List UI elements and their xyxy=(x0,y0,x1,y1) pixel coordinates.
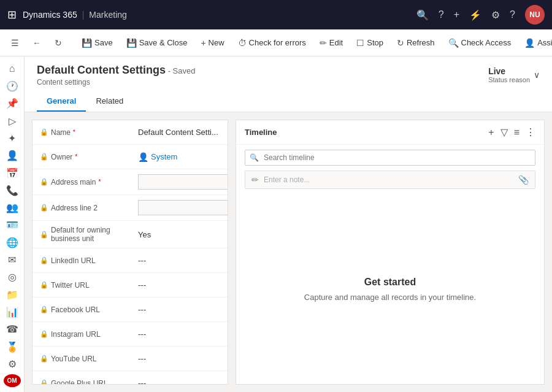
add-icon[interactable]: + xyxy=(454,9,459,20)
field-googleplus-value: --- xyxy=(138,379,220,385)
edit-icon: ✏ xyxy=(320,38,327,48)
hamburger-icon: ☰ xyxy=(11,38,19,48)
hamburger-button[interactable]: ☰ xyxy=(5,34,25,52)
main-content-area: Default Content Settings - Saved Content… xyxy=(25,56,552,392)
timeline-title: Timeline xyxy=(245,128,277,137)
timeline-filter-icon[interactable]: ▽ xyxy=(500,126,508,138)
edit-button[interactable]: ✏ Edit xyxy=(313,34,349,52)
form-area: 🔒 Name * Default Content Setti... 🔒 Owne… xyxy=(25,112,552,392)
apps-grid-icon[interactable]: ⊞ xyxy=(7,8,17,21)
field-twitter-value: --- xyxy=(138,280,220,290)
left-sidebar: ⌂ 🕐 📌 ▷ ✦ 👤 📅 📞 👥 🪪 🌐 ✉ ◎ 📁 📊 ☎ 🏅 ⚙ OM xyxy=(0,56,25,392)
field-name-value: Default Content Setti... xyxy=(138,128,220,137)
field-googleplus: 🔒 Google Plus URL --- xyxy=(33,371,228,385)
lock-icon-default: 🔒 xyxy=(40,231,48,239)
title-area: Default Content Settings - Saved Content… xyxy=(37,64,195,86)
refresh-nav-icon: ↻ xyxy=(55,38,62,48)
check-access-button[interactable]: 🔍 Check Access xyxy=(442,34,518,52)
note-pencil-icon: ✏ xyxy=(251,175,259,185)
save-close-button[interactable]: 💾 Save & Close xyxy=(120,34,194,52)
timeline-empty-state: Get started Capture and manage all recor… xyxy=(236,194,544,384)
field-instagram-value: --- xyxy=(138,329,220,339)
timeline-search-input[interactable] xyxy=(245,150,535,166)
sidebar-badge[interactable]: 🏅 xyxy=(2,339,22,354)
timeline-search: 🔍 xyxy=(245,150,535,166)
page-status[interactable]: Live Status reason ∨ xyxy=(488,64,540,86)
filter-icon[interactable]: ⚡ xyxy=(469,9,481,21)
separator: | xyxy=(82,10,85,20)
sidebar-om[interactable]: OM xyxy=(4,374,21,387)
back-button[interactable]: ← xyxy=(26,34,47,52)
timeline-note-area[interactable]: ✏ Enter a note... 📎 xyxy=(245,171,535,189)
assign-button[interactable]: 👤 Assign xyxy=(518,34,552,52)
gear-icon[interactable]: ⚙ xyxy=(491,9,500,21)
field-address-main: 🔒 Address main * xyxy=(33,169,228,195)
address-main-input[interactable] xyxy=(138,174,228,190)
sidebar-people[interactable]: 👥 xyxy=(2,201,22,215)
sidebar-play[interactable]: ▷ xyxy=(2,113,22,128)
timeline-more-icon[interactable]: ⋮ xyxy=(526,126,535,138)
field-instagram: 🔒 Instagram URL --- xyxy=(33,322,228,347)
nav-icons: 🔍 ? + ⚡ ⚙ ? NU xyxy=(416,5,545,25)
sidebar-sparkle[interactable]: ✦ xyxy=(2,131,22,145)
field-default-owning: 🔒 Default for owning business unit Yes xyxy=(33,221,228,248)
sidebar-chart[interactable]: 📊 xyxy=(2,304,22,319)
sidebar-recent[interactable]: 🕐 xyxy=(2,79,22,93)
timeline-list-icon[interactable]: ≡ xyxy=(514,127,519,138)
stop-icon: ☐ xyxy=(356,38,364,48)
save-button[interactable]: 💾 Save xyxy=(75,34,119,52)
sidebar-folder[interactable]: 📁 xyxy=(2,287,22,302)
page-title: Default Content Settings - Saved xyxy=(37,64,195,77)
field-linkedin-value: --- xyxy=(138,256,220,265)
timeline-panel: Timeline + ▽ ≡ ⋮ 🔍 ✏ Enter a note... 📎 xyxy=(236,120,545,385)
sidebar-phone2[interactable]: ☎ xyxy=(2,322,22,337)
timeline-add-icon[interactable]: + xyxy=(488,127,494,138)
field-youtube: 🔒 YouTube URL --- xyxy=(33,347,228,371)
user-avatar[interactable]: NU xyxy=(525,5,545,25)
new-button[interactable]: + New xyxy=(194,34,230,52)
sidebar-circle[interactable]: ◎ xyxy=(2,270,22,285)
sidebar-mail[interactable]: ✉ xyxy=(2,252,22,267)
sidebar-home[interactable]: ⌂ xyxy=(2,61,22,76)
sidebar-globe[interactable]: 🌐 xyxy=(2,235,22,250)
assign-icon: 👤 xyxy=(524,38,535,48)
form-panel: 🔒 Name * Default Content Setti... 🔒 Owne… xyxy=(32,120,228,385)
tab-related[interactable]: Related xyxy=(86,91,133,112)
page-subtitle: Content settings xyxy=(37,78,195,86)
refresh-nav-button[interactable]: ↻ xyxy=(48,34,68,52)
question-icon[interactable]: ? xyxy=(510,9,515,20)
check-errors-icon: ⏱ xyxy=(238,38,247,48)
lock-icon-fb: 🔒 xyxy=(40,306,48,313)
save-icon: 💾 xyxy=(82,38,92,48)
lock-icon-ig: 🔒 xyxy=(40,330,48,338)
sidebar-pin[interactable]: 📌 xyxy=(2,96,22,111)
lock-icon-addr: 🔒 xyxy=(40,178,48,186)
field-facebook: 🔒 Facebook URL --- xyxy=(33,298,228,322)
field-owner-value[interactable]: 👤 System xyxy=(138,152,177,162)
top-navigation: ⊞ Dynamics 365 | Marketing 🔍 ? + ⚡ ⚙ ? N… xyxy=(0,0,552,29)
module-name: Marketing xyxy=(89,10,126,20)
field-linkedin: 🔒 LinkedIn URL --- xyxy=(33,248,228,273)
field-owner: 🔒 Owner * 👤 System xyxy=(33,145,228,169)
sidebar-contacts[interactable]: 👤 xyxy=(2,148,22,163)
page-tabs: General Related xyxy=(37,91,540,112)
search-icon[interactable]: 🔍 xyxy=(416,9,429,21)
sidebar-phone[interactable]: 📞 xyxy=(2,183,22,198)
address-line2-input[interactable] xyxy=(138,200,228,215)
lock-icon-yt: 🔒 xyxy=(40,355,48,363)
note-attach-icon[interactable]: 📎 xyxy=(518,175,529,185)
sidebar-calendar[interactable]: 📅 xyxy=(2,166,22,180)
tab-general[interactable]: General xyxy=(37,91,86,112)
brand-area: Dynamics 365 | Marketing xyxy=(23,10,127,20)
sidebar-profile[interactable]: 🪪 xyxy=(2,218,22,233)
sidebar-settings[interactable]: ⚙ xyxy=(2,356,22,371)
page-header-top: Default Content Settings - Saved Content… xyxy=(37,64,540,86)
lock-icon-owner: 🔒 xyxy=(40,153,48,161)
refresh-button[interactable]: ↻ Refresh xyxy=(391,34,441,52)
stop-button[interactable]: ☐ Stop xyxy=(350,34,389,52)
status-chevron-icon[interactable]: ∨ xyxy=(534,70,540,80)
help-icon[interactable]: ? xyxy=(439,9,444,20)
field-twitter: 🔒 Twitter URL --- xyxy=(33,273,228,298)
check-errors-button[interactable]: ⏱ Check for errors xyxy=(232,34,312,52)
command-bar: ☰ ← ↻ 💾 Save 💾 Save & Close + New ⏱ Chec… xyxy=(0,29,552,56)
